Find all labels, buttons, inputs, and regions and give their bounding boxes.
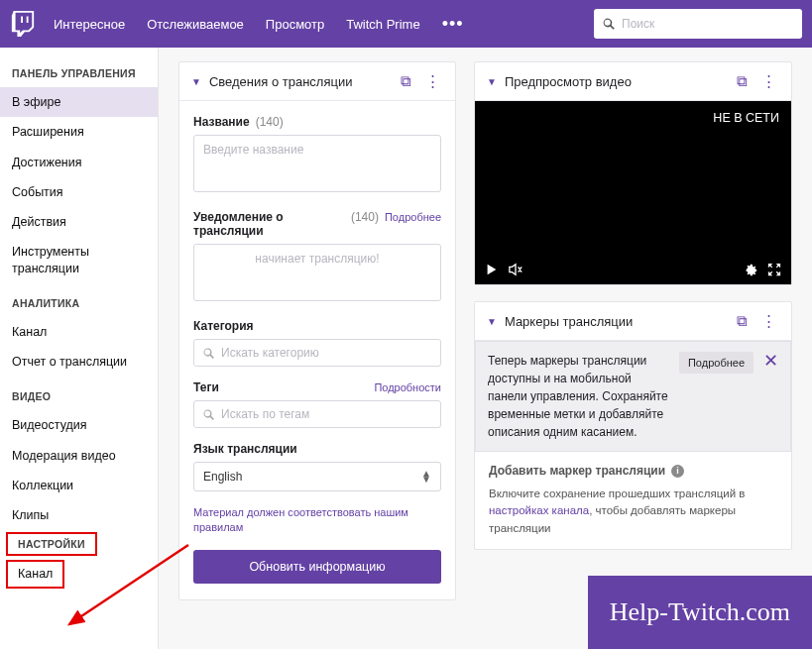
sidebar-item-achievements[interactable]: Достижения [0, 148, 158, 177]
search-icon [602, 17, 616, 31]
panel-title: Маркеры трансляции [505, 314, 726, 329]
rules-note[interactable]: Материал должен соответствовать нашим пр… [193, 505, 441, 536]
chevron-down-icon[interactable]: ▼ [487, 316, 497, 327]
notif-count: (140) [351, 210, 379, 224]
sidebar-item-extensions[interactable]: Расширения [0, 117, 158, 147]
preview-panel: ▼ Предпросмотр видео ⧉ ⋮ НЕ В СЕТИ [474, 61, 792, 285]
offline-status: НЕ В СЕТИ [713, 111, 779, 125]
fullscreen-icon[interactable] [767, 263, 781, 276]
category-input[interactable] [221, 346, 432, 360]
annotation-settings-box: НАСТРОЙКИ [6, 532, 97, 556]
sidebar-item-stream-report[interactable]: Отчет о трансляции [0, 347, 158, 377]
banner-text: Теперь маркеры трансляции доступны и на … [488, 352, 669, 441]
lang-value: English [203, 470, 242, 484]
banner-more-button[interactable]: Подробнее [679, 352, 754, 374]
tags-input[interactable] [221, 407, 432, 421]
add-marker-row[interactable]: Добавить маркер трансляции i [489, 464, 777, 478]
category-label: Категория [193, 319, 254, 333]
title-input[interactable] [193, 135, 441, 192]
sidebar-section-video: ВИДЕО [0, 384, 158, 410]
tags-label: Теги [193, 380, 219, 394]
title-label: Название [193, 115, 250, 129]
close-icon[interactable]: ✕ [763, 352, 778, 370]
sidebar-item-video-producer[interactable]: Видеостудия [0, 410, 158, 440]
sidebar-section-dashboard: ПАНЕЛЬ УПРАВЛЕНИЯ [0, 61, 158, 87]
panel-title: Сведения о трансляции [209, 74, 390, 89]
sidebar: ПАНЕЛЬ УПРАВЛЕНИЯ В эфире Расширения Дос… [0, 48, 159, 649]
settings-icon[interactable] [744, 263, 757, 276]
add-marker-label: Добавить маркер трансляции [489, 464, 665, 478]
sidebar-item-channel-settings[interactable]: Канал [8, 562, 62, 586]
mute-icon[interactable] [509, 263, 522, 276]
search-icon [202, 347, 215, 360]
sidebar-item-clips[interactable]: Клипы [0, 500, 158, 530]
nav-prime[interactable]: Twitch Prime [346, 17, 419, 32]
title-count: (140) [256, 115, 284, 129]
nav-following[interactable]: Отслеживаемое [147, 17, 244, 32]
search-icon [202, 408, 215, 421]
markers-banner: Теперь маркеры трансляции доступны и на … [475, 341, 791, 452]
sidebar-section-settings: НАСТРОЙКИ [8, 534, 95, 554]
nav-browse[interactable]: Просмотр [266, 17, 324, 32]
search-input[interactable] [622, 17, 794, 31]
watermark: Help-Twitch.com [588, 576, 812, 649]
top-nav: Интересное Отслеживаемое Просмотр Twitch… [0, 0, 812, 48]
popout-icon[interactable]: ⧉ [734, 72, 751, 90]
tags-more-link[interactable]: Подробности [374, 381, 441, 393]
lang-label: Язык трансляции [193, 442, 297, 456]
stream-info-panel: ▼ Сведения о трансляции ⧉ ⋮ Название(140… [178, 61, 456, 600]
nav-discover[interactable]: Интересное [54, 17, 125, 32]
notif-label: Уведомление о трансляции [193, 210, 345, 238]
markers-panel: ▼ Маркеры трансляции ⧉ ⋮ Теперь маркеры … [474, 301, 792, 550]
notif-input[interactable] [193, 244, 441, 301]
more-icon[interactable]: ⋮ [758, 72, 779, 90]
annotation-channel-box: Канал [6, 560, 64, 588]
sidebar-item-events[interactable]: События [0, 177, 158, 207]
markers-hint: Включите сохранение прошедших трансляций… [489, 486, 777, 537]
lang-select[interactable]: English ▲▼ [193, 462, 441, 491]
sidebar-item-live[interactable]: В эфире [0, 87, 158, 117]
panel-title: Предпросмотр видео [505, 74, 726, 89]
notif-more-link[interactable]: Подробнее [385, 211, 441, 223]
search-box[interactable] [594, 9, 802, 39]
chevron-down-icon[interactable]: ▼ [487, 76, 497, 87]
tags-search[interactable] [193, 400, 441, 428]
play-icon[interactable] [485, 263, 499, 276]
sidebar-item-actions[interactable]: Действия [0, 207, 158, 237]
info-icon[interactable]: i [671, 465, 684, 478]
twitch-logo-icon[interactable] [10, 11, 36, 37]
nav-more-icon[interactable]: ••• [442, 14, 464, 35]
sidebar-item-moderation[interactable]: Модерация видео [0, 441, 158, 471]
video-preview[interactable]: НЕ В СЕТИ [475, 101, 791, 284]
more-icon[interactable]: ⋮ [758, 312, 779, 330]
chevron-down-icon[interactable]: ▼ [191, 76, 201, 87]
update-button[interactable]: Обновить информацию [193, 550, 441, 584]
sidebar-item-tools[interactable]: Инструменты трансляции [0, 237, 158, 283]
select-arrows-icon: ▲▼ [421, 471, 431, 483]
sidebar-item-collections[interactable]: Коллекции [0, 471, 158, 500]
category-search[interactable] [193, 339, 441, 367]
sidebar-item-channel-analytics[interactable]: Канал [0, 317, 158, 347]
channel-settings-link[interactable]: настройках канала [489, 504, 589, 516]
more-icon[interactable]: ⋮ [422, 72, 443, 90]
popout-icon[interactable]: ⧉ [398, 72, 414, 90]
popout-icon[interactable]: ⧉ [734, 312, 751, 330]
sidebar-section-analytics: АНАЛИТИКА [0, 291, 158, 317]
